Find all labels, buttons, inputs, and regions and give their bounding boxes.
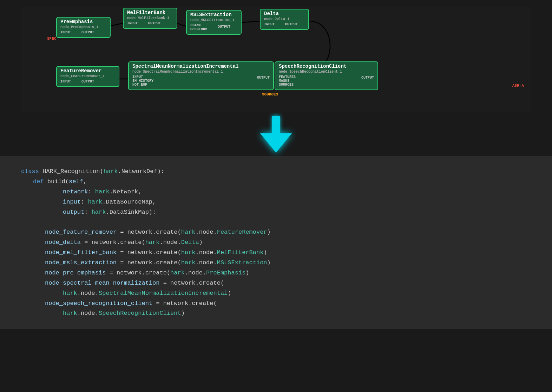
arrow-section	[0, 112, 552, 156]
code-line-9: node_mel_filter_bank = network.create(ha…	[21, 248, 531, 258]
var-feature-remover: node_feature_remover	[45, 229, 117, 235]
node-melfilterbank-id: node_MelFilterBank_1	[127, 16, 173, 20]
down-arrow-container	[260, 116, 292, 153]
node-spectralmean-ports: INPUT SM_HISTORY NOT_EOF OUTPUT	[132, 75, 270, 87]
code-line-1: class HARK_Recognition(hark.NetworkDef):	[21, 167, 531, 177]
code-line-13: hark.node.SpectralMeanNormalizationIncre…	[21, 288, 531, 299]
code-line-8: node_delta = network.create(hark.node.De…	[21, 238, 531, 248]
spec-label: SPEC	[47, 36, 56, 41]
var-mel-filter-bank: node_mel_filter_bank	[45, 249, 117, 256]
node-preemphasis[interactable]: PreEmphasis node_PreEmphasis_1 INPUTOUTP…	[56, 17, 111, 38]
node-spectralmean[interactable]: SpectralMeanNormalizationIncremental nod…	[128, 61, 274, 90]
code-line-12: node_spectral_mean_normalization = netwo…	[21, 278, 531, 288]
node-preemphasis-ports: INPUTOUTPUT	[60, 31, 106, 34]
code-line-7: node_feature_remover = network.create(ha…	[21, 227, 531, 238]
node-mslsextraction-title: MSLSExtraction	[190, 12, 237, 18]
node-featureremover-ports: INPUTOUTPUT	[60, 80, 115, 84]
dot7: .node.	[196, 249, 217, 256]
code-line-14: node_speech_recognition_client = network…	[21, 299, 531, 309]
node-featureremover[interactable]: FeatureRemover node_FeatureRemover_1 INP…	[56, 66, 119, 87]
node-delta-ports: INPUTOUTPUT	[264, 22, 305, 26]
diagram-canvas: PreEmphasis node_PreEmphasis_1 INPUTOUTP…	[21, 7, 531, 112]
arrow-head	[260, 133, 292, 153]
colon3: :	[84, 209, 91, 215]
var-pre-emphasis: node_pre_emphasis	[45, 270, 106, 276]
paren2: )	[199, 239, 203, 246]
param-self: self	[69, 178, 83, 185]
nodetype-mslsextraction: MSLSExtraction	[217, 259, 267, 266]
nodetype-spectralmean: SpectralMeanNormalizationIncremental	[99, 290, 228, 297]
node-delta[interactable]: Delta node_Delta_1 INPUTOUTPUT	[260, 9, 309, 30]
dot5: .node.	[196, 229, 217, 235]
nodetype-featureremover: FeatureRemover	[217, 229, 267, 235]
node-delta-id: node_Delta_1	[264, 17, 305, 21]
diagram-section: PreEmphasis node_PreEmphasis_1 INPUTOUTP…	[0, 0, 552, 112]
code-line-15: hark.node.SpeechRecognitionClient)	[21, 308, 531, 319]
nodetype-delta: Delta	[181, 239, 199, 246]
dot9: .node.	[185, 270, 206, 276]
node-mslsextraction-id: node_MSLSExtraction_1	[190, 18, 237, 22]
sources-label: SOURCES	[262, 92, 278, 97]
hark-datasinkmap: hark	[92, 209, 106, 215]
hark-ref-6: hark	[63, 290, 77, 297]
hark-ref-5: hark	[170, 270, 185, 276]
node-speechrecognition-id: node_SpeechRecognitionClient_1	[279, 70, 374, 74]
hark-ref-3: hark	[181, 249, 196, 256]
class-name: HARK_Recognition(	[42, 168, 103, 175]
hark-datasourcemap: hark	[88, 199, 102, 205]
op2: = network.create(	[81, 239, 145, 246]
paren5: )	[245, 270, 249, 276]
hark-ref-1: hark	[181, 229, 196, 235]
var-spectral-mean: node_spectral_mean_normalization	[45, 280, 159, 286]
dot1: .NetworkDef):	[118, 168, 164, 175]
dot8: .node.	[196, 259, 217, 266]
node-spectralmean-title: SpectralMeanNormalizationIncremental	[132, 64, 270, 69]
node-mslsextraction-ports: FBANK SPECTRUM OUTPUT	[190, 24, 237, 31]
comma1: ,	[83, 178, 87, 185]
node-melfilterbank-title: MelFilterBank	[127, 10, 173, 15]
param-output: output	[63, 209, 84, 215]
dot3: .DataSourceMap,	[102, 199, 156, 205]
var-delta: node_delta	[45, 239, 81, 246]
node-featureremover-title: FeatureRemover	[60, 68, 115, 74]
node-melfilterbank-ports: INPUTOUTPUT	[127, 21, 173, 25]
op6: = network.create(	[159, 280, 224, 286]
op1: = network.create(	[117, 229, 181, 235]
var-speech-recognition: node_speech_recognition_client	[45, 300, 152, 307]
code-section: class HARK_Recognition(hark.NetworkDef):…	[0, 156, 552, 329]
dot4: .DataSinkMap):	[106, 209, 156, 215]
dot11: .node.	[77, 310, 99, 317]
node-preemphasis-id: node_PreEmphasis_1	[60, 25, 106, 29]
node-speechrecognition-ports: FEATURES MASKS SOURCES OUTPUT	[279, 75, 374, 87]
code-line-blank	[21, 217, 531, 227]
paren4: )	[267, 259, 271, 266]
colon1: :	[88, 188, 95, 195]
op3: = network.create(	[117, 249, 181, 256]
code-line-2: def build(self,	[21, 177, 531, 187]
dot10: .node.	[77, 290, 99, 297]
paren7: )	[181, 310, 185, 317]
keyword-def: def	[33, 178, 47, 185]
dot6: .node.	[159, 239, 181, 246]
code-line-10: node_msls_extraction = network.create(ha…	[21, 258, 531, 268]
node-speechrecognition[interactable]: SpeechRecognitionClient node_SpeechRecog…	[275, 61, 378, 90]
method-build: build(	[47, 178, 69, 185]
node-preemphasis-title: PreEmphasis	[60, 19, 106, 25]
node-delta-title: Delta	[264, 11, 305, 16]
node-mslsextraction[interactable]: MSLSExtraction node_MSLSExtraction_1 FBA…	[186, 10, 242, 35]
node-speechrecognition-title: SpeechRecognitionClient	[279, 64, 374, 69]
colon2: :	[81, 199, 88, 205]
paren3: )	[263, 249, 267, 256]
hark-ref-4: hark	[181, 259, 196, 266]
nodetype-speechrecognition: SpeechRecognitionClient	[99, 310, 181, 317]
hark-ref-7: hark	[63, 310, 77, 317]
node-melfilterbank[interactable]: MelFilterBank node_MelFilterBank_1 INPUT…	[123, 8, 177, 29]
paren1: )	[267, 229, 271, 235]
var-msls-extraction: node_msls_extraction	[45, 259, 117, 266]
dot2: .Network,	[110, 188, 142, 195]
code-line-3: network: hark.Network,	[21, 187, 531, 197]
nodetype-preemphasis: PreEmphasis	[206, 270, 245, 276]
code-line-5: output: hark.DataSinkMap):	[21, 207, 531, 218]
code-line-4: input: hark.DataSourceMap,	[21, 197, 531, 207]
node-spectralmean-id: node_SpectralMeanNormalizationIncrementa…	[132, 70, 270, 74]
